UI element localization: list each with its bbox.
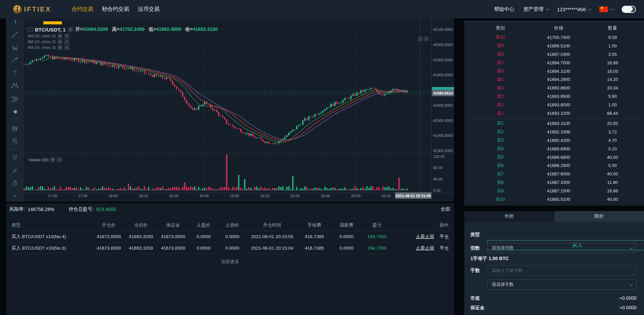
nav-item-second-contract[interactable]: 秒合约交易 [101, 4, 130, 14]
bid-row[interactable]: 买641688.28005.00 [464, 162, 644, 170]
filter-all-link[interactable]: 全部 [441, 206, 450, 212]
close-position-link[interactable]: 平仓 [440, 246, 449, 251]
logo[interactable]: IFTIEX [13, 5, 51, 14]
china-flag-icon: ★ [599, 6, 608, 12]
gear-icon[interactable]: ⚙ [58, 45, 63, 50]
ask-row[interactable]: 卖441693.860033.04 [464, 84, 644, 92]
tab-market-price[interactable]: 市价 [464, 211, 554, 222]
ask-row[interactable]: 卖941699.51001.00 [464, 42, 644, 50]
asset-management-menu[interactable]: 资产管理 [523, 6, 548, 13]
scroll-down-button[interactable]: ↓ [418, 36, 423, 41]
order-entry-panel: 市价 限价 类型 买入 ⇄ 倍数 请选择倍数 1手等于 1.00 BTC 手数 … [464, 211, 644, 315]
brush-icon[interactable] [11, 56, 19, 64]
chevron-down-icon [610, 7, 614, 10]
bid-row[interactable]: 买441689.69000.10 [464, 145, 644, 153]
nav-item-contract-trading[interactable]: 合约交易 [71, 4, 94, 14]
ma-indicator-row: MA (20, close, 0)⚙× [28, 45, 218, 50]
chart-panel: − BTC/USDT, 1 开=41684.0200 高=41702.2400 … [6, 19, 454, 202]
close-icon[interactable]: × [64, 39, 69, 44]
pencil-icon[interactable] [11, 166, 19, 174]
ask-row[interactable]: 卖1041700.74009.59 [464, 33, 644, 42]
lots-input[interactable] [492, 268, 632, 273]
xabcd-pattern-icon[interactable] [11, 82, 19, 90]
asks-list: 卖1041700.74009.59卖941699.51001.00卖841697… [464, 33, 644, 118]
volume-indicator-row: Volume (20) ⚙ × [28, 157, 62, 162]
magnet-icon[interactable] [11, 153, 19, 162]
fib-lines-icon[interactable] [11, 44, 19, 52]
zoom-in-icon[interactable] [11, 137, 19, 145]
chevron-down-icon [629, 282, 633, 286]
tp-sl-link[interactable]: 止盈止损 [416, 234, 434, 239]
candle-chart-icon[interactable] [11, 124, 19, 132]
bid-row[interactable]: 买841687.330011.80 [464, 178, 644, 187]
time-tick-label: 17:45 [78, 194, 88, 198]
load-more-button[interactable]: 加载更多 [6, 259, 454, 265]
ask-row[interactable]: 卖241693.80001.00 [464, 101, 644, 109]
collapse-legend-icon[interactable]: − [28, 27, 32, 32]
lots-select-placeholder: 请选择手数 [492, 281, 514, 288]
price-tick-label: 41300.0000 [433, 149, 453, 153]
position-row: 买入 BTC/USDT x10(No.3)41673.850041693.320… [6, 243, 454, 254]
bid-row[interactable]: 买141693.310020.55 [464, 119, 644, 128]
time-tick-label: 19:45 [321, 194, 330, 198]
time-tick-label: 19:00 [230, 194, 239, 198]
column-header-type: 类别 [464, 25, 536, 31]
forecast-icon[interactable] [11, 95, 19, 103]
time-tick-label: 18:45 [199, 194, 209, 198]
order-book-panel: 类别 价格 数量 卖1041700.74009.59卖941699.51001.… [464, 21, 644, 206]
help-center-link[interactable]: 帮助中心 [494, 6, 514, 13]
bid-row[interactable]: 买241692.33993.72 [464, 128, 644, 136]
gear-icon[interactable]: ⚙ [50, 157, 55, 162]
bid-row[interactable]: 买341690.42004.70 [464, 136, 644, 145]
ask-row[interactable]: 卖341693.85005.90 [464, 92, 644, 101]
ask-row[interactable]: 卖841697.03003.05 [464, 50, 644, 59]
ask-row[interactable]: 卖541694.290014.20 [464, 76, 644, 84]
scale-reset-button[interactable]: ↕ [424, 36, 429, 41]
bid-row[interactable]: 买541689.680040.00 [464, 153, 644, 162]
ask-row[interactable]: 卖641694.310018.03 [464, 67, 644, 76]
axis-tick [431, 105, 433, 106]
tab-limit-price[interactable]: 限价 [554, 211, 644, 222]
account-menu[interactable]: 123******456 [557, 6, 591, 12]
close-icon[interactable]: × [64, 34, 69, 39]
chevron-down-icon [588, 7, 592, 10]
text-tool-icon[interactable] [11, 69, 19, 77]
lots-input-wrap [487, 265, 637, 275]
gear-icon[interactable] [68, 27, 73, 32]
tp-sl-link[interactable]: 止盈止损 [416, 246, 434, 251]
close-icon[interactable]: × [57, 157, 62, 162]
ohlc-values: 开=41684.0200 高=41702.2400 低=41682.4600 收… [75, 26, 218, 33]
language-selector[interactable]: ★ [599, 6, 613, 12]
trend-line-icon[interactable] [11, 30, 19, 39]
nav-item-fiat-trading[interactable]: 法币交易 [137, 4, 160, 14]
volume-tick-label: 120.00 [433, 154, 445, 159]
lock-icon[interactable] [11, 179, 19, 187]
volume-tick-label: 80.00 [433, 166, 443, 170]
theme-toggle[interactable] [622, 6, 636, 13]
lots-select[interactable]: 请选择手数 [487, 279, 637, 290]
bid-row[interactable]: 买941687.150016.86 [464, 187, 644, 195]
toolbar-divider [10, 118, 20, 119]
ask-row[interactable]: 卖741694.700018.89 [464, 59, 644, 67]
crosshair-time-tag: 2021-08-01 20:31:00 [395, 192, 431, 199]
leverage-select[interactable]: 请选择倍数 [487, 243, 637, 253]
chevron-down-icon[interactable] [11, 191, 19, 200]
type-label: 类型 [470, 232, 480, 238]
time-tick-label: 17:30 [48, 194, 57, 198]
bid-row[interactable]: 买741687.600040.00 [464, 170, 644, 178]
axis-tick [431, 75, 433, 75]
moon-icon [629, 6, 635, 12]
price-tick-label: 41600.0000 [433, 103, 453, 107]
leverage-label: 倍数 [470, 245, 480, 251]
margin-value: ≈0.0000 [619, 305, 637, 311]
gear-icon[interactable]: ⚙ [58, 34, 63, 39]
bid-row[interactable]: 买1041685.510040.00 [464, 195, 644, 204]
gear-icon[interactable]: ⚙ [58, 39, 63, 44]
best-price-marker [432, 87, 454, 90]
arrow-left-icon[interactable] [11, 108, 19, 116]
close-icon[interactable]: × [64, 45, 69, 50]
trading-app: IFTIEX 合约交易 秒合约交易 法币交易 帮助中心 资产管理 123****… [0, 0, 644, 315]
axis-tick [431, 45, 433, 45]
ask-row[interactable]: 卖141693.320066.44 [464, 109, 644, 118]
close-position-link[interactable]: 平仓 [440, 234, 449, 239]
